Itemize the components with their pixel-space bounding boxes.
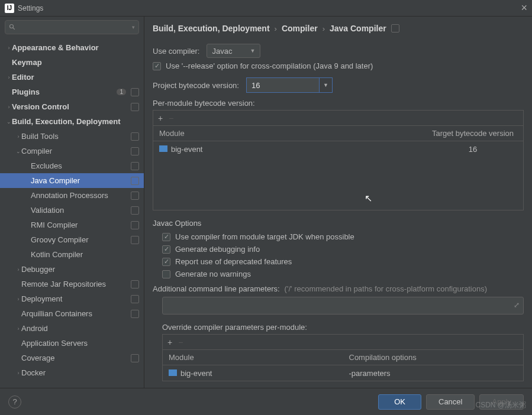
sidebar-item-label: Version Control [12,102,128,111]
sidebar-item-label: Debugger [21,265,139,274]
sidebar-item[interactable]: Application Servers [0,336,144,351]
sidebar-item[interactable]: ›Android [0,321,144,336]
sidebar-item-label: RMI Compiler [31,221,128,229]
sidebar-item[interactable]: ›Docker [0,365,144,380]
chevron-icon: › [15,326,21,332]
override-params-label: Override compiler parameters per-module: [162,323,524,332]
use-compiler-dropdown[interactable]: Javac ▼ [207,44,260,58]
sidebar-item-label: Keymap [12,58,139,67]
table-row[interactable]: big-event 16 [153,141,523,157]
breadcrumb: Build, Execution, Deployment › Compiler … [144,17,532,40]
add-icon[interactable]: + [158,114,163,123]
apply-button[interactable]: Apply [479,394,524,410]
sidebar-item-label: Groovy Compiler [31,235,128,244]
use-compiler-label: Use compiler: [153,47,199,56]
additional-params-label: Additional command line parameters: [153,284,280,293]
opt-deprecated-checkbox[interactable] [162,258,170,266]
sidebar-item[interactable]: Groovy Compiler [0,232,144,247]
project-bytecode-label: Project bytecode version: [153,81,239,90]
sidebar-item-label: Editor [12,73,139,82]
chevron-icon: › [15,134,21,140]
sidebar-item[interactable]: ›Version Control [0,99,144,114]
settings-tree: ›Appearance & BehaviorKeymap›EditorPlugi… [0,38,144,388]
sidebar-item[interactable]: ⌄Build, Execution, Deployment [0,114,144,129]
table-row[interactable]: big-event -parameters [163,365,523,381]
sidebar-item-label: Android [21,324,139,333]
chevron-icon: ⌄ [15,148,21,154]
help-button[interactable]: ? [8,395,21,408]
sidebar-item[interactable]: ›Editor [0,70,144,85]
project-scope-icon [131,88,139,96]
project-scope-icon [131,354,139,362]
additional-params-input[interactable]: ⤢ [162,297,524,315]
sidebar-item[interactable]: Annotation Processors [0,188,144,203]
opt-debug-info-checkbox[interactable] [162,245,170,254]
release-option-checkbox[interactable] [153,62,161,70]
sidebar-item[interactable]: Java Compiler [0,173,144,188]
sidebar-item[interactable]: Kotlin Compiler [0,247,144,262]
project-scope-icon [131,192,139,200]
table-header-module: Module [153,129,423,138]
sidebar-item[interactable]: ›Appearance & Behavior [0,40,144,55]
search-input[interactable]: ▾ [5,20,139,34]
per-module-table: + − Module Target bytecode version big-e… [153,110,524,210]
cancel-button[interactable]: Cancel [426,394,475,410]
app-icon: IJ [5,4,14,13]
project-scope-icon [131,236,139,244]
chevron-icon: › [6,74,12,80]
sidebar-item-label: Kotlin Compiler [31,250,139,259]
project-bytecode-input[interactable] [247,78,319,92]
sidebar-item[interactable]: RMI Compiler [0,218,144,232]
sidebar-item-label: Annotation Processors [31,191,128,200]
sidebar-item[interactable]: Coverage [0,351,144,365]
chevron-down-icon[interactable]: ▼ [319,78,332,92]
chevron-icon: › [6,45,12,51]
chevron-down-icon: ▼ [250,48,255,54]
sidebar-item[interactable]: Validation [0,203,144,218]
release-option-label: Use '--release' option for cross-compila… [166,61,373,70]
expand-icon[interactable]: ⤢ [514,301,520,309]
project-scope-icon [391,24,399,33]
sidebar-item[interactable]: ›Build Tools [0,129,144,144]
remove-icon[interactable]: − [178,338,183,347]
project-scope-icon [131,132,139,141]
sidebar-item[interactable]: ›Debugger [0,262,144,277]
add-icon[interactable]: + [167,338,172,347]
sidebar-item[interactable]: ⌄Compiler [0,144,144,158]
sidebar-item-label: Application Servers [21,339,139,348]
opt-module-jdk-checkbox[interactable] [162,233,170,241]
table-header-options: Compilation options [343,353,524,362]
table-header-module: Module [163,353,343,362]
breadcrumb-segment[interactable]: Compiler [282,24,318,33]
sidebar-item[interactable]: Remote Jar Repositories [0,277,144,291]
breadcrumb-segment[interactable]: Build, Execution, Deployment [153,24,270,33]
ok-button[interactable]: OK [378,394,421,410]
project-scope-icon [131,280,139,288]
override-table: + − Module Compilation options big-event… [162,334,524,381]
additional-params-hint: ('/' recommended in paths for cross-plat… [285,284,487,293]
chevron-right-icon: › [275,24,277,33]
project-scope-icon [131,206,139,215]
sidebar-item[interactable]: Keymap [0,55,144,70]
badge: 1 [117,89,126,95]
sidebar-item[interactable]: ›Deployment [0,291,144,306]
project-scope-icon [131,147,139,155]
project-bytecode-combo[interactable]: ▼ [246,77,333,93]
titlebar: IJ Settings × [0,0,532,17]
sidebar-item-label: Coverage [21,354,128,362]
per-module-label: Per-module bytecode version: [153,99,524,108]
opt-no-warnings-checkbox[interactable] [162,270,170,278]
remove-icon[interactable]: − [169,114,173,123]
breadcrumb-segment[interactable]: Java Compiler [330,24,386,33]
project-scope-icon [131,177,139,185]
sidebar-item-label: Docker [21,368,139,377]
sidebar-item[interactable]: Excludes [0,158,144,173]
close-icon[interactable]: × [521,2,527,14]
module-icon [169,369,177,376]
sidebar-item[interactable]: Plugins1 [0,85,144,99]
sidebar-item-label: Plugins [12,87,117,96]
javac-options-title: Javac Options [153,219,524,228]
chevron-icon: › [15,267,21,273]
chevron-icon: ⌄ [6,119,12,125]
sidebar-item[interactable]: Arquillian Containers [0,306,144,321]
